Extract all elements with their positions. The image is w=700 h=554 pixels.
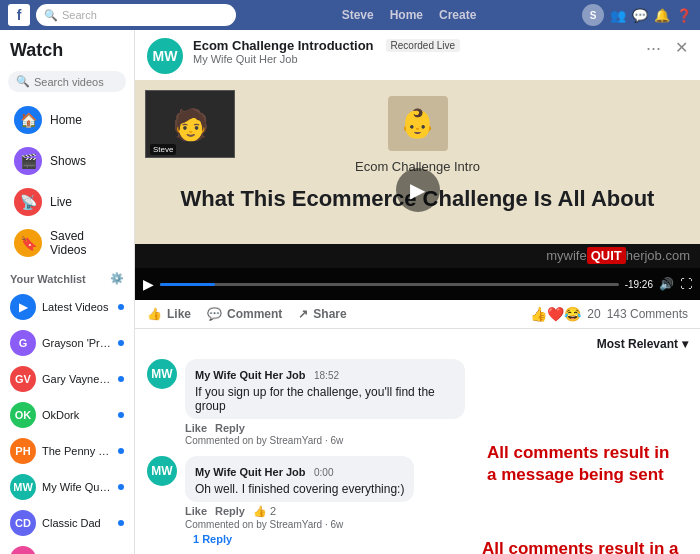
- search-bar[interactable]: 🔍 Search: [36, 4, 236, 26]
- comment-actions-2: Like Reply 👍 2: [185, 505, 688, 518]
- video-subtitle: My Wife Quit Her Job: [193, 53, 636, 65]
- comments-sort: Most Relevant ▾: [147, 337, 688, 351]
- watchlist-item-smart[interactable]: SP Smart Passive Inco...: [0, 541, 134, 554]
- okdork-dot: [118, 412, 124, 418]
- classic-dot: [118, 520, 124, 526]
- pip-label: Steve: [150, 144, 176, 155]
- comment-reply-2[interactable]: Reply: [215, 505, 245, 518]
- comment-timeago-2: 6w: [330, 519, 343, 530]
- volume-icon[interactable]: 🔊: [659, 277, 674, 291]
- sidebar-home-label: Home: [50, 113, 82, 127]
- pip-window: 🧑 Steve: [145, 90, 235, 158]
- close-button[interactable]: ✕: [675, 38, 688, 57]
- website-watermark: mywife QUIT herjob.com: [546, 247, 690, 264]
- mywife-dot: [118, 484, 124, 490]
- fullscreen-button[interactable]: ⛶: [680, 277, 692, 291]
- help-icon[interactable]: ❓: [676, 8, 692, 23]
- sidebar-search-bar[interactable]: 🔍: [8, 71, 126, 92]
- comment-via-2: Commented on by StreamYard: [185, 519, 322, 530]
- comment-like-1[interactable]: Like: [185, 422, 207, 434]
- video-title: Ecom Challenge Introduction: [193, 38, 374, 53]
- sidebar-item-live[interactable]: 📡 Live: [4, 182, 130, 222]
- comment-item-2: MW My Wife Quit Her Job 0:00 Oh well. I …: [147, 456, 688, 545]
- grayson-label: Grayson 'Professor'...: [42, 337, 112, 349]
- okdork-avatar: OK: [10, 402, 36, 428]
- facebook-logo[interactable]: f: [8, 4, 30, 26]
- search-icon: 🔍: [44, 9, 58, 22]
- play-button[interactable]: ▶: [396, 168, 440, 212]
- nav-create[interactable]: Create: [439, 8, 476, 22]
- gary-dot: [118, 376, 124, 382]
- video-player[interactable]: 👶 Ecom Challenge Intro What This Ecommer…: [135, 80, 700, 300]
- gary-label: Gary Vaynerchuk: [42, 373, 112, 385]
- watchlist-item-latest[interactable]: ▶ Latest Videos: [0, 289, 134, 325]
- comment-icon: 💬: [207, 307, 222, 321]
- top-nav: f 🔍 Search Steve Home Create S 👥 💬 🔔 ❓: [0, 0, 700, 30]
- watchlist-settings-icon[interactable]: ⚙️: [110, 272, 124, 285]
- watchlist-item-gary[interactable]: GV Gary Vaynerchuk: [0, 361, 134, 397]
- progress-bar[interactable]: [160, 283, 619, 286]
- comment-text-2: Oh well. I finished covering everything:…: [195, 482, 404, 496]
- sidebar-saved-label: Saved Videos: [50, 229, 120, 257]
- search-placeholder-text: Search: [62, 9, 97, 21]
- notification-icon[interactable]: 🔔: [654, 8, 670, 23]
- penny-avatar: PH: [10, 438, 36, 464]
- like-label: Like: [167, 307, 191, 321]
- shows-icon: 🎬: [14, 147, 42, 175]
- sidebar-search-input[interactable]: [34, 76, 114, 88]
- classic-label: Classic Dad: [42, 517, 112, 529]
- video-header: MW Ecom Challenge Introduction Recorded …: [135, 30, 700, 80]
- video-meta: Ecom Challenge Introduction Recorded Liv…: [193, 38, 636, 65]
- user-avatar[interactable]: S: [582, 4, 604, 26]
- classic-avatar: CD: [10, 510, 36, 536]
- watchlist-item-grayson[interactable]: G Grayson 'Professor'...: [0, 325, 134, 361]
- comment-body-1: My Wife Quit Her Job 18:52 If you sign u…: [185, 359, 688, 446]
- play-icon: ▶: [410, 178, 425, 202]
- watchlist-item-classic[interactable]: CD Classic Dad: [0, 505, 134, 541]
- comment-like-2[interactable]: Like: [185, 505, 207, 518]
- channel-avatar: MW: [147, 38, 183, 74]
- comment-author-1: My Wife Quit Her Job: [195, 369, 306, 381]
- website-quit: QUIT: [587, 247, 626, 264]
- pip-person-icon: 🧑: [172, 107, 209, 142]
- sidebar-shows-label: Shows: [50, 154, 86, 168]
- like-button[interactable]: 👍 Like: [147, 307, 191, 321]
- time-display: -19:26: [625, 279, 653, 290]
- sidebar-item-saved[interactable]: 🔖 Saved Videos: [4, 223, 130, 263]
- penny-label: The Penny Hoarder: [42, 445, 112, 457]
- grayson-dot: [118, 340, 124, 346]
- comment-time-1: 18:52: [314, 370, 339, 381]
- comment-reply-1[interactable]: Reply: [215, 422, 245, 434]
- comments-section: Most Relevant ▾ MW My Wife Quit Her Job …: [135, 329, 700, 554]
- latest-dot: [118, 304, 124, 310]
- watchlist-title: Your Watchlist: [10, 273, 86, 285]
- sort-chevron-icon[interactable]: ▾: [682, 337, 688, 351]
- comment-via-1: Commented on by StreamYard: [185, 435, 322, 446]
- comment-meta-2: Commented on by StreamYard · 6w: [185, 519, 688, 530]
- video-options-icon[interactable]: ···: [646, 38, 661, 59]
- share-icon: ↗: [298, 307, 308, 321]
- watchlist-item-mywife[interactable]: MW My Wife Quit Her Job: [0, 469, 134, 505]
- comment-time-2: 0:00: [314, 467, 333, 478]
- website-part1: mywife: [546, 248, 586, 263]
- nav-home[interactable]: Home: [390, 8, 423, 22]
- sort-label[interactable]: Most Relevant: [597, 337, 678, 351]
- messenger-icon[interactable]: 💬: [632, 8, 648, 23]
- annotation-text: All comments result in a message being s…: [482, 538, 682, 555]
- watchlist-item-penny[interactable]: PH The Penny Hoarder: [0, 433, 134, 469]
- sidebar-item-shows[interactable]: 🎬 Shows: [4, 141, 130, 181]
- sidebar-item-home[interactable]: 🏠 Home: [4, 100, 130, 140]
- share-button[interactable]: ↗ Share: [298, 307, 346, 321]
- content-area: MW Ecom Challenge Introduction Recorded …: [135, 30, 700, 554]
- main-layout: Watch 🔍 🏠 Home 🎬 Shows 📡 Live 🔖 Saved Vi…: [0, 30, 700, 554]
- penny-dot: [118, 448, 124, 454]
- comment-button[interactable]: 💬 Comment: [207, 307, 282, 321]
- watchlist-item-okdork[interactable]: OK OkDork: [0, 397, 134, 433]
- like-count: 20: [587, 307, 600, 321]
- nav-actions: S 👥 💬 🔔 ❓: [582, 4, 692, 26]
- saved-icon: 🔖: [14, 229, 42, 257]
- nav-steve[interactable]: Steve: [342, 8, 374, 22]
- play-pause-button[interactable]: ▶: [143, 276, 154, 292]
- people-icon[interactable]: 👥: [610, 8, 626, 23]
- comment-item: MW My Wife Quit Her Job 18:52 If you sig…: [147, 359, 688, 446]
